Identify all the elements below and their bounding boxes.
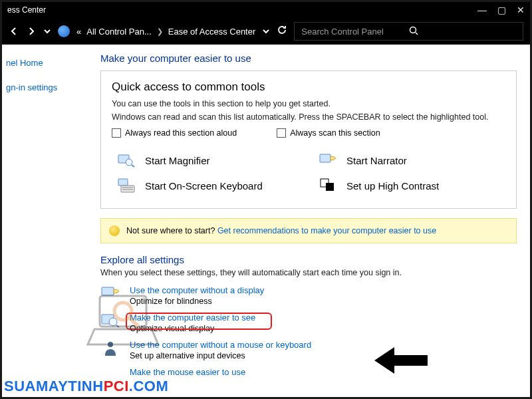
sidebar-link-home[interactable]: nel Home	[6, 58, 88, 68]
lightbulb-icon	[109, 225, 120, 236]
arrow-annotation	[374, 344, 428, 380]
forward-button[interactable]	[26, 26, 37, 37]
minimize-button[interactable]: —	[477, 5, 487, 15]
checkbox-icon	[277, 128, 286, 138]
tool-start-narrator[interactable]: Start Narrator	[319, 152, 500, 168]
explore-sub: When you select these settings, they wil…	[100, 268, 517, 277]
checkbox-label: Always scan this section	[290, 128, 380, 138]
back-button[interactable]	[9, 26, 19, 37]
svg-rect-3	[320, 154, 331, 162]
svg-rect-4	[118, 179, 128, 186]
svg-point-0	[410, 27, 416, 33]
svg-rect-14	[100, 296, 146, 327]
tool-label: Start On-Screen Keyboard	[145, 180, 263, 192]
quick-access-line1: You can use the tools in this section to…	[112, 99, 505, 108]
breadcrumb[interactable]: « All Control Pan... ❯ Ease of Access Ce…	[76, 27, 255, 37]
sidebar: nel Home gn-in settings	[2, 45, 88, 397]
sidebar-link-signin[interactable]: gn-in settings	[6, 82, 88, 92]
search-input[interactable]: Search Control Panel	[294, 22, 523, 41]
tool-start-osk[interactable]: Start On-Screen Keyboard	[117, 178, 299, 194]
quick-access-line2: Windows can read and scan this list auto…	[112, 112, 505, 122]
svg-point-2	[126, 159, 132, 166]
window-titlebar: ess Center — ▢ ✕	[2, 2, 530, 18]
setting-link[interactable]: Make the mouse easier to use	[130, 367, 245, 377]
maximize-button[interactable]: ▢	[497, 5, 506, 15]
address-bar: « All Control Pan... ❯ Ease of Access Ce…	[2, 18, 530, 45]
page-heading: Make your computer easier to use	[100, 53, 517, 64]
magnifier-icon	[117, 152, 136, 168]
hint-prefix: Not sure where to start?	[126, 226, 217, 235]
laptop-watermark-icon	[86, 293, 166, 355]
keyboard-icon	[117, 178, 136, 194]
tool-label: Start Narrator	[346, 155, 407, 166]
checkbox-read-aloud[interactable]: Always read this section aloud	[112, 128, 237, 138]
tool-label: Start Magnifier	[145, 155, 210, 166]
narrator-icon	[319, 152, 337, 168]
breadcrumb-part-2[interactable]: Ease of Access Center	[168, 27, 256, 37]
checkbox-label: Always read this section aloud	[125, 128, 237, 138]
control-panel-icon	[58, 25, 70, 37]
chevron-right-icon: ❯	[157, 27, 163, 36]
close-button[interactable]: ✕	[517, 5, 525, 15]
explore-heading: Explore all settings	[100, 254, 517, 265]
tool-start-magnifier[interactable]: Start Magnifier	[117, 152, 299, 168]
refresh-button[interactable]	[277, 25, 287, 38]
tool-high-contrast[interactable]: Set up High Contrast	[319, 178, 500, 194]
quick-access-title: Quick access to common tools	[112, 80, 505, 94]
hint-bar: Not sure where to start? Get recommendat…	[100, 218, 517, 243]
breadcrumb-dropdown[interactable]	[262, 27, 270, 35]
search-icon	[409, 26, 516, 37]
watermark-text: SUAMAYTINHPCI.COM	[4, 378, 168, 395]
quick-access-box: Quick access to common tools You can use…	[100, 70, 517, 209]
breadcrumb-prefix: «	[76, 27, 81, 37]
down-chevron-icon[interactable]	[43, 27, 51, 35]
svg-rect-5	[121, 186, 134, 192]
svg-rect-9	[326, 183, 334, 191]
tool-label: Set up High Contrast	[346, 180, 439, 192]
checkbox-scan-section[interactable]: Always scan this section	[277, 128, 380, 138]
window-title: ess Center	[7, 5, 46, 15]
hint-link[interactable]: Get recommendations to make your compute…	[217, 226, 436, 235]
search-placeholder: Search Control Panel	[301, 27, 408, 37]
contrast-icon	[319, 178, 337, 194]
breadcrumb-part-1[interactable]: All Control Pan...	[86, 27, 152, 37]
checkbox-icon	[112, 128, 121, 138]
setting-row-mouse-easier: Make the mouse easier to use	[100, 367, 517, 377]
